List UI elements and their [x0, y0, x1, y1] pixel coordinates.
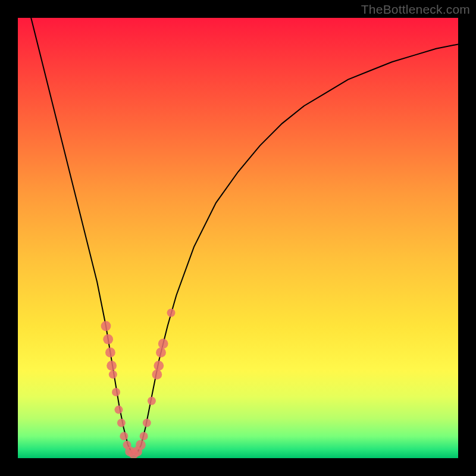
curve-marker — [103, 334, 113, 345]
curve-marker — [158, 339, 168, 349]
curve-marker — [152, 369, 162, 380]
curve-marker — [105, 347, 115, 358]
curve-marker — [148, 397, 156, 405]
curve-marker — [112, 388, 120, 396]
curve-marker — [114, 406, 123, 414]
curve-marker — [136, 440, 146, 450]
curve-marker — [167, 309, 176, 317]
curve-marker — [117, 419, 126, 427]
curve-marker — [101, 321, 111, 331]
curve-markers — [101, 309, 176, 458]
watermark-text: TheBottleneck.com — [361, 2, 470, 17]
chart-overlay — [18, 18, 458, 458]
curve-marker — [109, 370, 117, 378]
curve-marker — [143, 419, 151, 427]
curve-marker — [107, 361, 117, 371]
curve-marker — [154, 361, 164, 371]
plot-area — [18, 18, 458, 458]
curve-marker — [120, 432, 128, 440]
curve-marker — [140, 432, 148, 440]
chart-frame: TheBottleneck.com — [0, 0, 476, 476]
bottleneck-curve — [31, 18, 458, 454]
curve-marker — [156, 347, 166, 358]
